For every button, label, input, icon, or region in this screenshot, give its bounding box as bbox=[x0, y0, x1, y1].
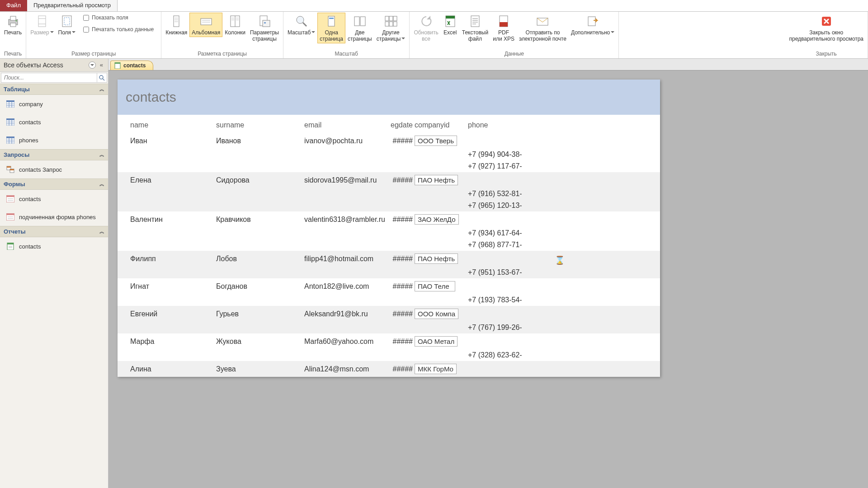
report-phone-row: +7 (328) 623-62- bbox=[118, 349, 660, 361]
nav-item-phones-subform[interactable]: подчиненная форма phones bbox=[0, 208, 108, 226]
cell-phone: +7 (994) 904-38- bbox=[468, 150, 522, 159]
report-row: ФилиппЛобовfilipp41@hotmail.com#####ПАО … bbox=[118, 251, 660, 267]
columns-button[interactable]: Колонки bbox=[222, 13, 248, 37]
close-preview-button[interactable]: Закрыть окно предварительного просмотра bbox=[787, 13, 866, 43]
svg-rect-64 bbox=[8, 216, 13, 217]
nav-collapse-icon[interactable]: « bbox=[99, 61, 104, 69]
svg-rect-13 bbox=[264, 22, 266, 23]
col-companyid: companyid bbox=[413, 121, 468, 129]
refresh-all-button[interactable]: Обновить все bbox=[411, 13, 440, 43]
excel-icon bbox=[443, 14, 458, 28]
nav-pane-header[interactable]: Все объекты Access « bbox=[0, 59, 108, 72]
cell-phone: +7 (328) 623-62- bbox=[468, 351, 522, 359]
nav-item-phones[interactable]: phones bbox=[0, 131, 108, 149]
data-group-label: Данные bbox=[411, 50, 617, 58]
cell-regdate: ##### bbox=[390, 216, 413, 224]
cell-name: Филипп bbox=[130, 255, 216, 263]
page-setup-button[interactable]: Параметры страницы bbox=[248, 13, 281, 43]
report-row: ВалентинКравчиковvalentin6318@rambler.ru… bbox=[118, 211, 660, 227]
zoom-button[interactable]: Масштаб bbox=[285, 13, 317, 37]
print-preview-tab[interactable]: Предварительный просмотр bbox=[27, 0, 118, 11]
svg-rect-61 bbox=[8, 200, 13, 201]
cell-email: Marfa60@yahoo.com bbox=[304, 338, 390, 346]
portrait-button[interactable]: Книжная bbox=[163, 13, 189, 37]
preview-surface[interactable]: contacts name surname email egdate compa… bbox=[108, 70, 868, 488]
cell-company: ПАО Нефть bbox=[413, 175, 468, 185]
nav-item-contacts-query[interactable]: contacts Запрос bbox=[0, 160, 108, 178]
nav-search-icon[interactable] bbox=[97, 73, 107, 82]
cell-email: Alina124@msn.com bbox=[304, 365, 390, 373]
more-export-icon bbox=[585, 14, 600, 28]
cell-company: ЗАО ЖелДо bbox=[413, 214, 468, 225]
show-fields-checkbox[interactable]: Показать поля bbox=[80, 13, 156, 23]
zoom-icon bbox=[294, 14, 309, 28]
more-export-button[interactable]: Дополнительно bbox=[569, 13, 617, 37]
report-row: ЕленаСидороваsidorova1995@mail.ru#####ПА… bbox=[118, 172, 660, 188]
one-page-icon bbox=[324, 14, 339, 28]
svg-rect-20 bbox=[385, 16, 389, 21]
cell-email: valentin6318@rambler.ru bbox=[304, 216, 390, 224]
file-tab[interactable]: Файл bbox=[0, 0, 27, 11]
one-page-button[interactable]: Одна страница bbox=[317, 13, 345, 43]
margins-button[interactable]: Поля bbox=[56, 13, 78, 37]
svg-line-15 bbox=[303, 23, 307, 26]
svg-rect-60 bbox=[8, 198, 13, 199]
excel-button[interactable]: Excel bbox=[441, 13, 460, 37]
cell-surname: Кравчиков bbox=[216, 216, 304, 224]
page-size-group-label: Размер страницы bbox=[28, 50, 159, 58]
nav-item-contacts-table[interactable]: contacts bbox=[0, 113, 108, 131]
text-file-button[interactable]: Текстовый файл bbox=[460, 13, 491, 43]
collapse-icon: ︽ bbox=[99, 228, 104, 235]
cell-regdate: ##### bbox=[390, 176, 413, 184]
cell-surname: Иванов bbox=[216, 137, 304, 145]
nav-section-tables[interactable]: Таблицы︽ bbox=[0, 84, 108, 95]
cell-name: Алина bbox=[130, 365, 216, 373]
cell-email: sidorova1995@mail.ru bbox=[304, 176, 390, 184]
nav-item-contacts-report[interactable]: contacts bbox=[0, 237, 108, 255]
email-button[interactable]: Отправить по электронной почте bbox=[517, 13, 569, 43]
cell-company: ООО Компа bbox=[413, 309, 468, 319]
nav-section-forms[interactable]: Формы︽ bbox=[0, 178, 108, 190]
svg-rect-49 bbox=[6, 136, 14, 138]
nav-search-input[interactable] bbox=[1, 73, 97, 82]
table-icon bbox=[6, 100, 14, 108]
two-pages-button[interactable]: Две страницы bbox=[345, 13, 374, 43]
nav-item-contacts-form[interactable]: contacts bbox=[0, 190, 108, 208]
portrait-icon bbox=[169, 14, 184, 28]
landscape-button[interactable]: Альбомная bbox=[189, 13, 222, 37]
cell-surname: Богданов bbox=[216, 282, 304, 291]
svg-rect-67 bbox=[7, 243, 14, 244]
more-pages-button[interactable]: Другие страницы bbox=[374, 13, 408, 43]
svg-rect-43 bbox=[6, 118, 14, 120]
report-title: contacts bbox=[126, 89, 652, 105]
cell-phone: +7 (193) 783-54- bbox=[468, 296, 522, 304]
nav-section-reports[interactable]: Отчеты︽ bbox=[0, 226, 108, 237]
svg-rect-30 bbox=[500, 22, 508, 27]
cell-phone: +7 (767) 199-26- bbox=[468, 324, 522, 332]
print-data-only-checkbox[interactable]: Печатать только данные bbox=[80, 24, 156, 34]
pdf-xps-button[interactable]: PDF или XPS bbox=[491, 13, 517, 43]
cell-phone: +7 (965) 120-13- bbox=[468, 202, 522, 210]
cell-name: Валентин bbox=[130, 216, 216, 224]
print-button[interactable]: Печать bbox=[2, 13, 24, 37]
svg-rect-32 bbox=[588, 17, 595, 26]
report-phone-row: +7 (927) 117-67- bbox=[118, 160, 660, 172]
close-group-label: Закрыть bbox=[787, 50, 866, 58]
report-phone-row: +7 (934) 617-64- bbox=[118, 227, 660, 239]
cell-name: Иван bbox=[130, 137, 216, 145]
svg-rect-12 bbox=[263, 20, 270, 27]
svg-rect-25 bbox=[393, 22, 397, 26]
col-regdate: egdate bbox=[390, 121, 413, 129]
nav-item-company[interactable]: company bbox=[0, 95, 108, 113]
nav-section-queries[interactable]: Запросы︽ bbox=[0, 149, 108, 160]
cell-regdate: ##### bbox=[390, 282, 413, 291]
svg-rect-37 bbox=[6, 100, 14, 102]
doc-tab-contacts[interactable]: contacts bbox=[110, 61, 153, 70]
cell-company: ПАО Теле bbox=[413, 281, 468, 291]
more-pages-icon bbox=[384, 14, 398, 28]
nav-filter-dropdown-icon[interactable] bbox=[89, 61, 96, 69]
cell-name: Елена bbox=[130, 176, 216, 184]
svg-rect-23 bbox=[385, 22, 389, 26]
size-button[interactable]: Размер bbox=[28, 13, 56, 37]
landscape-icon bbox=[199, 14, 213, 28]
